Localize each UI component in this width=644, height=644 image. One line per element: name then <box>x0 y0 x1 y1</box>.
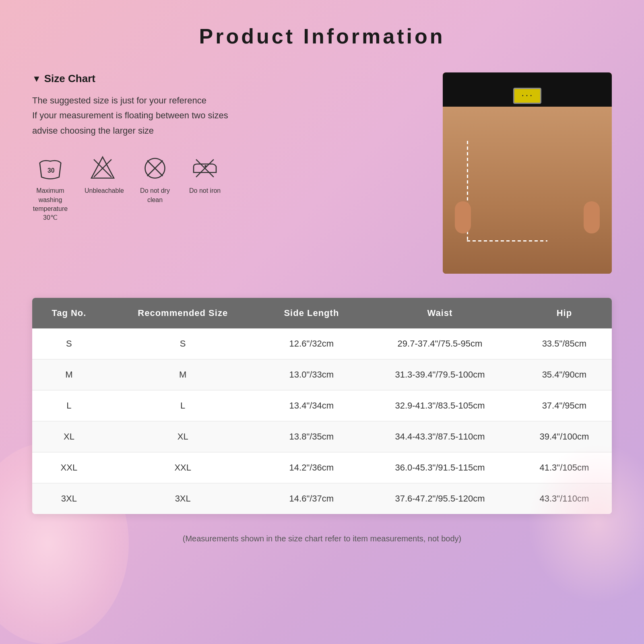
table-section: Tag No. Recommended Size Side Length Wai… <box>32 298 612 514</box>
description-line1: The suggested size is just for your refe… <box>32 93 419 108</box>
cell-size: 3XL <box>106 483 260 514</box>
cell-side: 12.6"/32cm <box>260 328 363 359</box>
belt <box>443 85 612 107</box>
cell-size: S <box>106 328 260 359</box>
cell-waist: 29.7-37.4"/75.5-95cm <box>363 328 517 359</box>
size-table: Tag No. Recommended Size Side Length Wai… <box>32 298 612 514</box>
cell-tag: XXL <box>32 452 106 483</box>
cell-hip: 33.5"/85cm <box>517 328 612 359</box>
description-line2: If your measurement is floating between … <box>32 108 419 123</box>
iron-label: Do not iron <box>189 186 221 195</box>
col-side-length: Side Length <box>260 298 363 328</box>
no-bleach-icon <box>89 154 117 182</box>
care-item-iron: Do not iron <box>189 154 221 195</box>
wash-icon: 30 <box>36 154 64 182</box>
cell-size: M <box>106 359 260 390</box>
care-item-bleach: Unbleachable <box>85 154 121 195</box>
size-description: The suggested size is just for your refe… <box>32 93 419 138</box>
svg-text:30: 30 <box>47 167 55 174</box>
cell-tag: XL <box>32 421 106 452</box>
table-row: L L 13.4"/34cm 32.9-41.3"/83.5-105cm 37.… <box>32 390 612 421</box>
hand-right <box>584 201 600 233</box>
product-image-inner <box>443 72 612 274</box>
cell-waist: 37.6-47.2"/95.5-120cm <box>363 483 517 514</box>
page-wrapper: Product Information Size Chart The sugge… <box>0 0 644 644</box>
product-image <box>443 72 612 274</box>
cell-waist: 31.3-39.4"/79.5-100cm <box>363 359 517 390</box>
col-rec-size: Recommended Size <box>106 298 260 328</box>
cell-side: 14.2"/36cm <box>260 452 363 483</box>
description-line3: advise choosing the larger size <box>32 123 419 138</box>
hand-left <box>455 201 471 233</box>
cell-side: 13.4"/34cm <box>260 390 363 421</box>
cell-hip: 37.4"/95cm <box>517 390 612 421</box>
no-iron-icon <box>191 154 219 182</box>
dry-clean-label: Do not dry clean <box>137 186 173 204</box>
cell-size: L <box>106 390 260 421</box>
cell-size: XXL <box>106 452 260 483</box>
care-item-dry-clean: Do not dry clean <box>137 154 173 204</box>
cell-side: 13.8"/35cm <box>260 421 363 452</box>
top-section: Size Chart The suggested size is just fo… <box>32 72 612 274</box>
trim-bottom <box>467 240 547 242</box>
cell-tag: S <box>32 328 106 359</box>
cell-tag: 3XL <box>32 483 106 514</box>
cell-hip: 43.3"/110cm <box>517 483 612 514</box>
table-row: XXL XXL 14.2"/36cm 36.0-45.3"/91.5-115cm… <box>32 452 612 483</box>
table-row: S S 12.6"/32cm 29.7-37.4"/75.5-95cm 33.5… <box>32 328 612 359</box>
cell-waist: 32.9-41.3"/83.5-105cm <box>363 390 517 421</box>
table-row: 3XL 3XL 14.6"/37cm 37.6-47.2"/95.5-120cm… <box>32 483 612 514</box>
cell-waist: 34.4-43.3"/87.5-110cm <box>363 421 517 452</box>
table-header: Tag No. Recommended Size Side Length Wai… <box>32 298 612 328</box>
cell-side: 13.0"/33cm <box>260 359 363 390</box>
col-hip: Hip <box>517 298 612 328</box>
belt-buckle <box>513 88 541 104</box>
cell-hip: 35.4"/90cm <box>517 359 612 390</box>
header-row: Tag No. Recommended Size Side Length Wai… <box>32 298 612 328</box>
cell-tag: L <box>32 390 106 421</box>
care-item-wash: 30 Maximum washingtemperature 30℃ <box>32 154 68 223</box>
left-info: Size Chart The suggested size is just fo… <box>32 72 419 223</box>
cell-waist: 36.0-45.3"/91.5-115cm <box>363 452 517 483</box>
waistband <box>443 72 612 85</box>
wash-label: Maximum washingtemperature 30℃ <box>32 186 68 223</box>
table-body: S S 12.6"/32cm 29.7-37.4"/75.5-95cm 33.5… <box>32 328 612 514</box>
cell-tag: M <box>32 359 106 390</box>
col-waist: Waist <box>363 298 517 328</box>
care-icons: 30 Maximum washingtemperature 30℃ Unblea… <box>32 154 419 223</box>
table-row: XL XL 13.8"/35cm 34.4-43.3"/87.5-110cm 3… <box>32 421 612 452</box>
table-row: M M 13.0"/33cm 31.3-39.4"/79.5-100cm 35.… <box>32 359 612 390</box>
cell-hip: 41.3"/105cm <box>517 452 612 483</box>
shorts-body <box>443 107 612 274</box>
table-note: (Measurements shown in the size chart re… <box>32 526 612 551</box>
col-tag: Tag No. <box>32 298 106 328</box>
no-dry-clean-icon <box>141 154 169 182</box>
cell-side: 14.6"/37cm <box>260 483 363 514</box>
page-title: Product Information <box>32 24 612 48</box>
size-chart-heading: Size Chart <box>32 72 419 85</box>
cell-hip: 39.4"/100cm <box>517 421 612 452</box>
bleach-label: Unbleachable <box>85 186 121 195</box>
cell-size: XL <box>106 421 260 452</box>
